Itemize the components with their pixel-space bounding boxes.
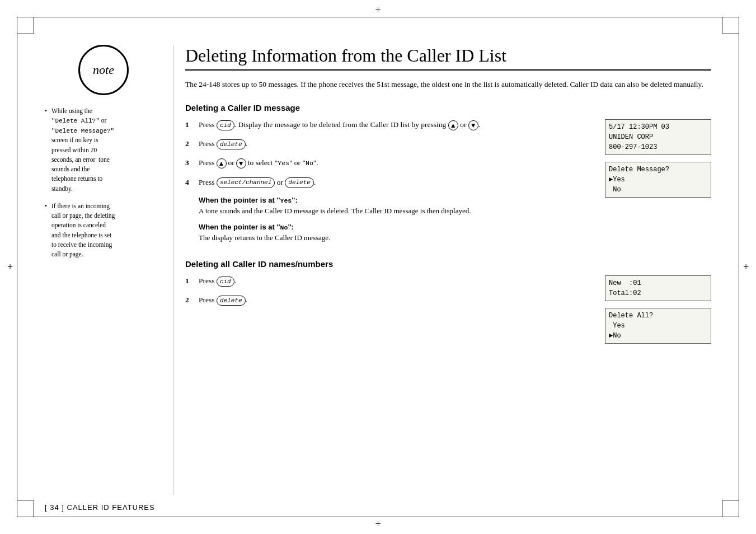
reg-mark-bottom (373, 518, 384, 530)
section1-title: Deleting a Caller ID message (185, 103, 711, 113)
step-2-2: 2 Press delete. (185, 294, 594, 306)
when-yes-text: A tone sounds and the Caller ID message … (199, 205, 594, 217)
steps-list-2: 1 Press cid. 2 Press delete. (185, 275, 594, 344)
step-4-num: 4 (185, 177, 194, 188)
tick-tl-v (34, 17, 34, 34)
reg-mark-right (740, 261, 752, 273)
key-delete-s2-2: delete (217, 296, 246, 306)
no-pointer: No (280, 224, 288, 231)
tick-tr-v (722, 17, 722, 34)
key-delete-4: delete (285, 177, 314, 188)
tick-tl-h (17, 34, 34, 34)
step-2-2-text: Press delete. (199, 294, 594, 306)
code-delete-msg: "Delete Message?" (51, 128, 114, 134)
note-label: note (93, 63, 114, 77)
page-title: Deleting Information from the Caller ID … (185, 45, 711, 71)
key-down-1: ▼ (468, 120, 478, 130)
section-delete-all: Deleting all Caller ID names/numbers 1 P… (185, 259, 711, 344)
when-no-block: When the pointer is at "No": The display… (185, 223, 594, 243)
when-no-title: When the pointer is at "No": (199, 223, 594, 231)
step-2-num: 2 (185, 138, 194, 149)
note-circle: note (78, 45, 129, 95)
step-3: 3 Press▲or▼to select "Yes" or "No". (185, 157, 594, 168)
lcd-delete-message: Delete Message? ►Yes No (605, 162, 711, 198)
border-top (17, 17, 739, 17)
key-select-4: select/channel (217, 177, 275, 188)
tick-br-h (722, 500, 739, 500)
step-1: 1 Press cid. Display the message to be d… (185, 119, 594, 130)
step-1-num: 1 (185, 119, 194, 130)
step-1-text: Press cid. Display the message to be del… (199, 119, 594, 130)
reg-mark-left (4, 261, 16, 273)
sidebar: note While using the "Delete All?" or "D… (45, 45, 173, 495)
step-4-text: Press select/channel or delete. (199, 177, 594, 188)
key-cid-s2-1: cid (217, 277, 234, 287)
border-left (17, 17, 17, 517)
tick-bl-h (17, 500, 34, 500)
sidebar-note-2: If there is an incoming call or page, th… (45, 202, 162, 260)
tick-bl-v (34, 500, 34, 517)
page-footer: [ 34 ] CALLER ID FEATURES (45, 503, 711, 512)
no-text-3: No (306, 160, 313, 167)
section-delete-message: Deleting a Caller ID message 1 Press cid… (185, 103, 711, 248)
reg-mark-top (373, 4, 384, 16)
step-2-text: Press delete. (199, 138, 594, 149)
yes-pointer: Yes (280, 197, 292, 204)
lcd-screens-1: 5/17 12:30PM 03 UNIDEN CORP 800-297-1023… (605, 119, 711, 248)
key-up-1: ▲ (448, 120, 458, 130)
key-delete-2: delete (217, 139, 246, 150)
section2-title: Deleting all Caller ID names/numbers (185, 259, 711, 269)
border-right (739, 17, 739, 517)
footer-text: [ 34 ] CALLER ID FEATURES (45, 503, 155, 512)
step-3-text: Press▲or▼to select "Yes" or "No". (199, 157, 594, 168)
lcd-delete-all: Delete All? Yes ►No (605, 308, 711, 344)
steps-area-2: 1 Press cid. 2 Press delete. (185, 275, 711, 344)
code-delete-all: "Delete All?" (51, 118, 100, 124)
when-no-text: The display returns to the Caller ID mes… (199, 232, 594, 243)
step-2-1-num: 1 (185, 275, 194, 287)
tick-tr-h (722, 34, 739, 34)
main-content: Deleting Information from the Caller ID … (173, 45, 711, 495)
yes-text: Yes (278, 160, 289, 167)
step-2: 2 Press delete. (185, 138, 594, 149)
key-down-3: ▼ (236, 158, 246, 168)
step-2-2-num: 2 (185, 294, 194, 306)
border-bottom (17, 517, 739, 517)
lcd-new-total: New :01 Total:02 (605, 275, 711, 301)
sidebar-notes: While using the "Delete All?" or "Delete… (45, 106, 162, 259)
page-content: note While using the "Delete All?" or "D… (45, 45, 711, 495)
step-4: 4 Press select/channel or delete. (185, 177, 594, 188)
steps-area-1: 1 Press cid. Display the message to be d… (185, 119, 711, 248)
step-2-1: 1 Press cid. (185, 275, 594, 287)
when-yes-title: When the pointer is at "Yes": (199, 196, 594, 204)
lcd-screens-2: New :01 Total:02 Delete All? Yes ►No (605, 275, 711, 344)
lcd-caller-id: 5/17 12:30PM 03 UNIDEN CORP 800-297-1023 (605, 119, 711, 155)
key-up-3: ▲ (217, 158, 227, 168)
sidebar-note-1: While using the "Delete All?" or "Delete… (45, 106, 162, 194)
steps-list-1: 1 Press cid. Display the message to be d… (185, 119, 594, 248)
when-yes-block: When the pointer is at "Yes": A tone sou… (185, 196, 594, 217)
step-3-num: 3 (185, 157, 194, 168)
tick-br-v (722, 500, 722, 517)
key-cid-1: cid (217, 120, 234, 131)
step-2-1-text: Press cid. (199, 275, 594, 287)
intro-text: The 24-148 stores up to 50 messages. If … (185, 78, 711, 91)
